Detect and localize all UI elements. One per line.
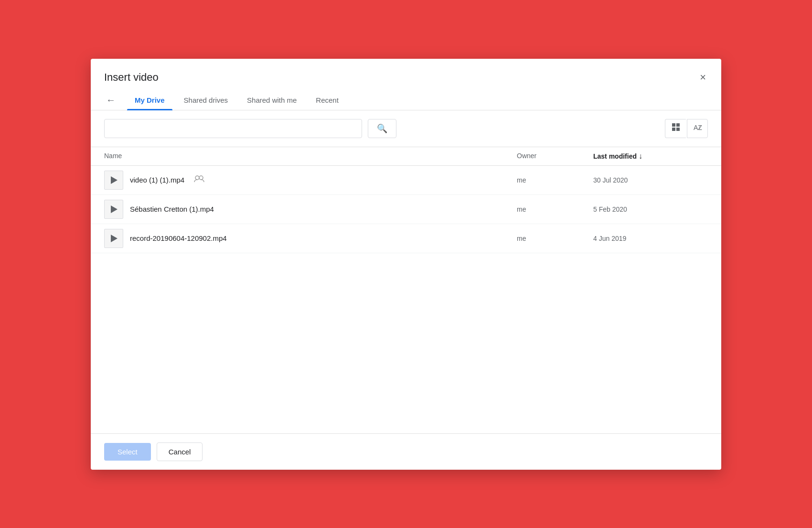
grid-icon <box>671 122 681 134</box>
tab-my-drive[interactable]: My Drive <box>127 90 172 110</box>
tabs-row: ← My Drive Shared drives Shared with me … <box>91 85 721 110</box>
sort-icon: AZ ↕ <box>693 122 702 134</box>
sort-arrow-icon: ↓ <box>639 152 642 161</box>
close-button[interactable]: × <box>698 70 708 85</box>
col-name-header: Name <box>104 152 517 161</box>
dialog-header: Insert video × <box>91 59 721 85</box>
file-modified: 4 Jun 2019 <box>593 235 708 242</box>
col-modified-header: Last modified ↓ <box>593 152 708 161</box>
svg-rect-3 <box>676 128 680 131</box>
file-name-cell: record-20190604-120902.mp4 <box>104 229 517 248</box>
search-button[interactable]: 🔍 <box>368 119 396 138</box>
file-name: Sébastien Cretton (1).mp4 <box>130 205 214 213</box>
tab-recent[interactable]: Recent <box>308 90 346 110</box>
insert-video-dialog: Insert video × ← My Drive Shared drives … <box>91 59 721 470</box>
file-name: record-20190604-120902.mp4 <box>130 234 227 242</box>
dialog-title: Insert video <box>104 71 159 84</box>
search-input[interactable] <box>104 119 362 138</box>
table-row[interactable]: Sébastien Cretton (1).mp4 me 5 Feb 2020 <box>91 195 721 224</box>
back-button[interactable]: ← <box>104 93 118 108</box>
select-button[interactable]: Select <box>104 443 151 461</box>
svg-rect-2 <box>672 128 675 131</box>
col-owner-header: Owner <box>517 152 593 161</box>
file-modified: 30 Jul 2020 <box>593 176 708 184</box>
svg-point-6 <box>195 176 199 180</box>
svg-text:↕: ↕ <box>698 125 701 130</box>
file-table: Name Owner Last modified ↓ video (1) (1)… <box>91 147 721 433</box>
file-modified: 5 Feb 2020 <box>593 205 708 213</box>
view-buttons: AZ ↕ <box>665 119 708 138</box>
table-row[interactable]: video (1) (1).mp4 me 30 Jul 2020 <box>91 166 721 195</box>
file-icon <box>104 200 123 219</box>
file-name-cell: Sébastien Cretton (1).mp4 <box>104 200 517 219</box>
svg-rect-1 <box>676 123 680 127</box>
svg-point-7 <box>199 176 203 180</box>
play-icon <box>111 235 118 242</box>
table-row[interactable]: record-20190604-120902.mp4 me 4 Jun 2019 <box>91 224 721 253</box>
file-owner: me <box>517 205 593 213</box>
cancel-button[interactable]: Cancel <box>157 442 203 461</box>
tab-shared-drives[interactable]: Shared drives <box>176 90 236 110</box>
shared-icon <box>194 175 204 185</box>
toolbar: 🔍 AZ ↕ <box>91 110 721 147</box>
file-icon <box>104 229 123 248</box>
dialog-footer: Select Cancel <box>91 433 721 470</box>
svg-text:AZ: AZ <box>694 124 702 131</box>
file-name-cell: video (1) (1).mp4 <box>104 171 517 190</box>
file-name: video (1) (1).mp4 <box>130 176 184 184</box>
play-icon <box>111 205 118 213</box>
file-icon <box>104 171 123 190</box>
grid-view-button[interactable] <box>665 119 686 138</box>
file-owner: me <box>517 176 593 184</box>
file-owner: me <box>517 235 593 242</box>
table-header: Name Owner Last modified ↓ <box>91 147 721 166</box>
svg-rect-0 <box>672 123 675 127</box>
search-icon: 🔍 <box>377 123 387 134</box>
play-icon <box>111 176 118 184</box>
tab-shared-with-me[interactable]: Shared with me <box>239 90 304 110</box>
sort-button[interactable]: AZ ↕ <box>687 119 708 138</box>
